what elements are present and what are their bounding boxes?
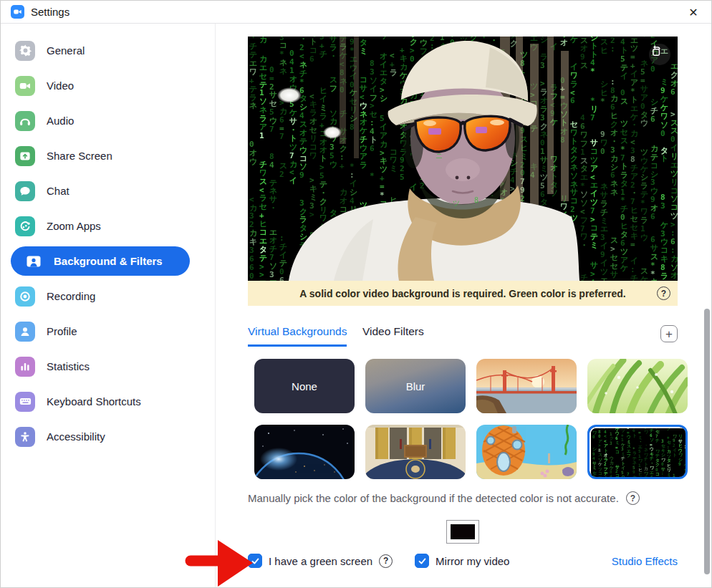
add-background-button[interactable]: + <box>660 325 678 342</box>
svg-text:ツ: ツ <box>453 199 460 207</box>
window-title: Settings <box>31 6 69 18</box>
manual-pick-help-icon[interactable]: ? <box>626 491 640 505</box>
sidebar-item-background-filters[interactable]: Background & Filters <box>11 246 190 276</box>
sidebar-item-recording[interactable]: Recording <box>1 279 215 314</box>
manual-pick-row: Manually pick the color of the backgroun… <box>248 491 678 505</box>
sidebar-item-label: General <box>47 44 85 57</box>
background-thumb-none[interactable]: None <box>254 359 355 413</box>
banner-help-icon[interactable]: ? <box>657 286 670 300</box>
banner-text: A solid color video background is requir… <box>299 288 625 299</box>
mirror-video-checkbox[interactable] <box>415 554 429 568</box>
green-screen-label: I have a green screen <box>269 555 372 567</box>
studio-effects-link[interactable]: Studio Effects <box>612 555 678 567</box>
background-thumb-golden-gate[interactable] <box>476 359 577 413</box>
sidebar-item-label: Recording <box>47 290 95 302</box>
background-filters-icon <box>24 251 44 271</box>
background-thumb-spongebob[interactable] <box>476 425 577 479</box>
sidebar-item-label: Video <box>47 79 74 92</box>
sidebar-item-label: Keyboard Shortcuts <box>47 395 141 408</box>
sidebar-item-label: Background & Filters <box>54 255 163 267</box>
banner: A solid color video background is requir… <box>248 281 678 306</box>
sidebar-item-audio[interactable]: Audio <box>1 103 215 138</box>
bar-chart-icon <box>15 357 35 377</box>
close-button[interactable]: ✕ <box>685 5 701 21</box>
gear-icon <box>15 41 35 61</box>
titlebar: Settings ✕ <box>1 1 711 24</box>
mirror-video-label: Mirror my video <box>436 555 509 567</box>
zoom-apps-icon <box>15 216 35 236</box>
video-camera-icon <box>15 76 35 96</box>
keyboard-icon <box>15 392 35 412</box>
person-in-preview: ニ5ツ8 <box>248 37 678 281</box>
background-thumb-earth[interactable] <box>254 425 355 479</box>
sidebar-item-zoom-apps[interactable]: Zoom Apps <box>1 208 215 244</box>
checkmark-icon <box>418 556 427 566</box>
background-thumb-matrix[interactable] <box>587 425 688 479</box>
tab-video-filters[interactable]: Video Filters <box>362 325 424 344</box>
background-color-swatch[interactable] <box>446 520 479 544</box>
background-thumb-grass[interactable] <box>587 359 688 413</box>
checkmark-icon <box>251 556 260 566</box>
settings-window: Settings ✕ General Video Audio Shar <box>0 0 712 588</box>
sidebar-item-general[interactable]: General <box>1 33 215 68</box>
sidebar-item-label: Audio <box>47 115 74 127</box>
sidebar-item-accessibility[interactable]: Accessibility <box>1 419 215 454</box>
green-screen-checkbox[interactable] <box>248 554 262 568</box>
picked-color <box>451 524 475 539</box>
sidebar-item-label: Accessibility <box>47 430 105 443</box>
sidebar-item-profile[interactable]: Profile <box>1 314 215 349</box>
manual-pick-text: Manually pick the color of the backgroun… <box>248 492 619 504</box>
sidebar-item-chat[interactable]: Chat <box>1 173 215 208</box>
sidebar-item-label: Chat <box>47 185 69 197</box>
sidebar-item-label: Share Screen <box>47 150 112 162</box>
tab-virtual-backgrounds[interactable]: Virtual Backgrounds <box>248 325 347 347</box>
svg-text:8: 8 <box>474 196 478 204</box>
background-tabs: Virtual Backgrounds Video Filters + <box>248 325 678 348</box>
share-screen-icon <box>15 146 35 166</box>
person-icon <box>15 322 35 342</box>
rotate-video-icon[interactable] <box>649 44 670 65</box>
background-thumb-blur[interactable]: Blur <box>365 359 466 413</box>
sidebar-item-video[interactable]: Video <box>1 68 215 103</box>
background-thumb-oval-office[interactable] <box>365 425 466 479</box>
chat-bubble-icon <box>15 181 35 201</box>
settings-sidebar: General Video Audio Share Screen Chat <box>1 24 216 587</box>
scrollbar-thumb[interactable] <box>704 309 710 574</box>
accessibility-icon <box>15 427 35 447</box>
sidebar-item-label: Zoom Apps <box>47 220 101 232</box>
sidebar-item-label: Statistics <box>47 360 90 372</box>
sidebar-item-label: Profile <box>47 325 77 337</box>
options-row: I have a green screen ? Mirror my video … <box>248 551 678 570</box>
sidebar-item-statistics[interactable]: Statistics <box>1 349 215 384</box>
zoom-logo-icon <box>11 5 24 19</box>
matrix-thumb-canvas <box>591 428 687 478</box>
green-screen-help-icon[interactable]: ? <box>379 554 393 568</box>
background-grid: None Blur <box>254 359 691 479</box>
sidebar-item-share-screen[interactable]: Share Screen <box>1 138 215 173</box>
record-icon <box>15 286 35 307</box>
headphones-icon <box>15 111 35 131</box>
video-preview: ニ5ツ8 <box>248 37 678 281</box>
sidebar-item-keyboard-shortcuts[interactable]: Keyboard Shortcuts <box>1 384 215 419</box>
